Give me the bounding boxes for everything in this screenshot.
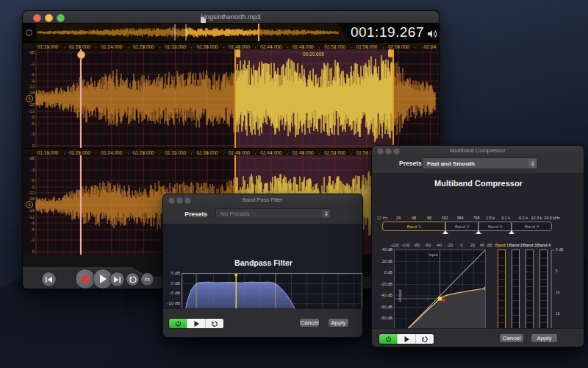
meter-scale-label: 0 dB: [556, 247, 563, 252]
ruler-tick: [159, 47, 160, 49]
meter-segment: [512, 322, 519, 323]
meter-segment: [540, 286, 547, 287]
main-titlebar[interactable]: kingsinthenorth.mp3: [23, 11, 439, 24]
graph-x-label: -80: [414, 243, 420, 247]
ruler-tick: [56, 47, 57, 49]
ruler-tick: [207, 46, 208, 49]
band-tab-4[interactable]: Band 4: [512, 222, 552, 231]
preview-play-button[interactable]: [187, 319, 205, 328]
multiband-compressor-window: Multiband Compressor Presets Fast and Sm…: [371, 145, 584, 347]
meter-segment: [540, 265, 547, 266]
svg-text:Input: Input: [429, 252, 438, 257]
freq-scale-label: 24: [396, 216, 401, 220]
band-tab-2[interactable]: Band 2: [445, 222, 478, 231]
apply-button[interactable]: Apply: [328, 318, 349, 328]
graph-x-label: 40: [480, 243, 484, 247]
preview-play-button[interactable]: [397, 334, 415, 344]
cancel-button[interactable]: Cancel: [299, 318, 320, 328]
db-scale-label: -12: [23, 109, 35, 113]
overview-bar[interactable]: 001:19.267: [23, 23, 440, 42]
playhead[interactable]: [80, 49, 82, 148]
power-toggle-button[interactable]: [379, 334, 397, 344]
presets-row: Presets Fast and Smooth: [372, 155, 584, 174]
timeline-ruler[interactable]: 01:16.00001:20.00001:24.00001:28.00001:3…: [23, 42, 440, 49]
db-scale-label: -3: [23, 132, 35, 136]
selection-start-flag[interactable]: [236, 49, 240, 57]
stepper-arrows-icon: [528, 159, 537, 168]
loop-button[interactable]: [126, 272, 140, 286]
cancel-button[interactable]: Cancel: [499, 333, 524, 343]
meter-segment: [540, 258, 547, 258]
ruler-tick: [215, 47, 216, 49]
bp-y-axis-label: 5 dB: [171, 271, 180, 275]
meter-segment: [526, 294, 533, 294]
db-scale-label: -3: [23, 168, 35, 172]
presets-select[interactable]: Fast and Smooth: [422, 158, 538, 169]
record-ring-icon[interactable]: [26, 29, 32, 36]
window-title: kingsinthenorth.mp3: [23, 13, 439, 21]
power-toggle-button[interactable]: [169, 319, 187, 328]
playhead[interactable]: [80, 155, 82, 255]
ruler-tick: [351, 47, 351, 49]
preview-controls: [168, 318, 224, 329]
bp-y-axis-label: -5 dB: [170, 291, 180, 295]
ruler-tick: [375, 47, 376, 49]
db-scale-label: -12: [23, 85, 35, 89]
fx-button[interactable]: FX: [140, 272, 154, 286]
skip-back-button[interactable]: [41, 272, 57, 287]
meter-segment: [540, 322, 547, 323]
zero-marker: 0: [26, 201, 33, 208]
preview-loop-button[interactable]: [205, 319, 223, 328]
bandpass-titlebar[interactable]: Band Pass Filter: [163, 194, 362, 205]
meter-scale-label: 15: [556, 311, 560, 316]
meter-scale-bracket: [550, 250, 557, 339]
crossover-handle[interactable]: [509, 230, 514, 234]
db-scale-label: -18: [23, 208, 35, 213]
waveform-channel-1[interactable]: dB-3-6-9-12-180-18-12-9-6-3000:20.605: [23, 49, 440, 148]
ruler-tick: [96, 47, 96, 49]
meter-segment: [526, 286, 533, 287]
db-scale-label: -9: [23, 115, 35, 119]
ruler-tick: [431, 46, 431, 49]
selection-end-flag[interactable]: [388, 49, 392, 57]
overview-waveform[interactable]: [36, 24, 351, 41]
ruler-tick: [319, 47, 320, 49]
bandpass-footer: Cancel Apply: [163, 308, 362, 337]
meter-segment: [540, 272, 547, 272]
db-scale-label: 0: [23, 250, 35, 254]
db-scale-label: -6: [23, 72, 35, 77]
ruler-tick: [183, 47, 184, 49]
waveform: [23, 49, 440, 148]
ruler-tick: [367, 46, 368, 49]
ruler-tick: [255, 47, 256, 49]
crossover-handle[interactable]: [476, 230, 481, 234]
freq-scale-label: 6.1 k: [519, 216, 528, 220]
freq-scale-label: 768: [473, 216, 479, 220]
meter-segment: [540, 315, 547, 316]
skip-forward-button[interactable]: [110, 272, 125, 287]
ruler-tick: [279, 153, 280, 155]
compression-meter-band-1: [498, 250, 506, 337]
playhead-handle[interactable]: [77, 51, 85, 59]
band-tab-1[interactable]: Band 1: [382, 222, 445, 231]
ruler-tick: [191, 47, 192, 49]
ruler-tick: [87, 153, 88, 155]
meter-segment: [540, 294, 547, 294]
meter-segment: [526, 265, 533, 266]
selection-end-marker[interactable]: [392, 49, 394, 148]
selection-start-marker[interactable]: [234, 49, 236, 148]
preview-loop-button[interactable]: [415, 334, 434, 344]
presets-select[interactable]: No Presets: [215, 208, 331, 219]
band-tab-3[interactable]: Band 3: [478, 222, 512, 231]
meter-segment: [512, 265, 519, 266]
window-title: Band Pass Filter: [163, 197, 362, 203]
ruler-tick: [48, 152, 49, 155]
speaker-icon[interactable]: [427, 28, 437, 41]
ruler-tick: [271, 46, 272, 49]
apply-button[interactable]: Apply: [531, 333, 558, 343]
meter-segment: [512, 300, 519, 301]
ruler-tick: [351, 153, 351, 155]
freq-scale-label: 24.6 kHz: [544, 216, 560, 220]
db-scale-label: -6: [23, 121, 35, 126]
meter-segment: [540, 308, 547, 308]
